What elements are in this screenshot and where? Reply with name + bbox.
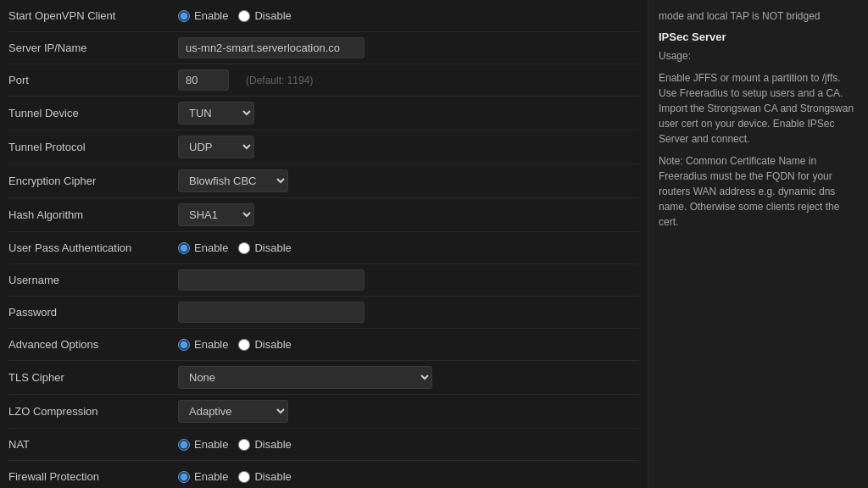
user-pass-enable-radio[interactable] [178, 242, 190, 254]
user-pass-radio-group: Enable Disable [178, 241, 292, 254]
hash-algorithm-control: SHA1 SHA256 MD5 [178, 203, 639, 226]
username-control [178, 269, 639, 291]
username-input[interactable] [178, 269, 364, 291]
hash-algorithm-label: Hash Algorithm [8, 208, 178, 221]
start-openvpn-control: Enable Disable [178, 9, 639, 22]
nat-label: NAT [8, 438, 178, 451]
start-openvpn-disable[interactable]: Disable [238, 9, 291, 22]
firewall-control: Enable Disable [178, 470, 639, 483]
lzo-compression-label: LZO Compression [8, 405, 178, 418]
advanced-options-radio-group: Enable Disable [178, 338, 292, 351]
user-pass-disable[interactable]: Disable [238, 241, 291, 254]
tunnel-protocol-label: Tunnel Protocol [8, 141, 178, 153]
server-ip-label: Server IP/Name [8, 42, 178, 54]
user-pass-row: User Pass Authentication Enable Disable [8, 232, 639, 264]
tunnel-protocol-row: Tunnel Protocol UDP TCP [8, 130, 639, 164]
right-panel: mode and local TAP is NOT bridged IPSec … [648, 0, 868, 488]
user-pass-enable[interactable]: Enable [178, 241, 228, 254]
note-text: Note: Common Certificate Name in Freerad… [659, 153, 858, 230]
password-label: Password [8, 306, 178, 319]
server-ip-control [178, 37, 639, 58]
password-control [178, 302, 639, 323]
firewall-row: Firewall Protection Enable Disable [8, 461, 639, 488]
username-row: Username [8, 264, 639, 297]
start-openvpn-disable-radio[interactable] [238, 10, 250, 22]
usage-label: Usage: [659, 48, 858, 64]
advanced-options-disable-radio[interactable] [238, 339, 250, 351]
tls-cipher-label: TLS Cipher [8, 371, 178, 384]
main-panel: Start OpenVPN Client Enable Disable Serv… [0, 0, 648, 488]
port-label: Port [8, 74, 178, 86]
port-control: (Default: 1194) [178, 69, 639, 91]
nat-control: Enable Disable [178, 438, 639, 451]
nat-disable-radio[interactable] [238, 439, 250, 451]
encryption-cipher-control: Blowfish CBC AES-128-CBC AES-256-CBC [178, 169, 639, 192]
advanced-options-control: Enable Disable [178, 338, 639, 351]
advanced-options-row: Advanced Options Enable Disable [8, 329, 639, 361]
encryption-cipher-row: Encryption Cipher Blowfish CBC AES-128-C… [8, 164, 639, 198]
firewall-enable[interactable]: Enable [178, 470, 228, 483]
tls-cipher-row: TLS Cipher None TLS-DHE-RSA-WITH-AES-256… [8, 361, 639, 395]
server-ip-input[interactable] [178, 37, 364, 58]
tls-cipher-select[interactable]: None TLS-DHE-RSA-WITH-AES-256-CBC-SHA [178, 366, 432, 389]
nat-row: NAT Enable Disable [8, 429, 639, 461]
nat-enable[interactable]: Enable [178, 438, 228, 451]
nat-enable-radio[interactable] [178, 439, 190, 451]
advanced-options-disable[interactable]: Disable [238, 338, 291, 351]
start-openvpn-label: Start OpenVPN Client [8, 9, 178, 22]
server-ip-row: Server IP/Name [8, 32, 639, 64]
usage-text: Enable JFFS or mount a partition to /jff… [659, 70, 858, 147]
tunnel-device-label: Tunnel Device [8, 107, 178, 119]
user-pass-label: User Pass Authentication [8, 241, 178, 254]
port-default: (Default: 1194) [246, 75, 313, 86]
nat-radio-group: Enable Disable [178, 438, 292, 451]
firewall-enable-radio[interactable] [178, 471, 190, 483]
start-openvpn-row: Start OpenVPN Client Enable Disable [8, 0, 639, 32]
right-intro-text: mode and local TAP is NOT bridged [659, 8, 858, 24]
tunnel-protocol-control: UDP TCP [178, 136, 639, 158]
start-openvpn-enable-radio[interactable] [178, 10, 190, 22]
tunnel-device-control: TUN TAP [178, 102, 639, 125]
encryption-cipher-label: Encryption Cipher [8, 175, 178, 187]
start-openvpn-enable[interactable]: Enable [178, 9, 228, 22]
tls-cipher-control: None TLS-DHE-RSA-WITH-AES-256-CBC-SHA [178, 366, 639, 389]
firewall-radio-group: Enable Disable [178, 470, 292, 483]
tunnel-device-select[interactable]: TUN TAP [178, 102, 254, 125]
advanced-options-label: Advanced Options [8, 338, 178, 351]
lzo-compression-control: Adaptive Yes No [178, 400, 639, 423]
password-row: Password [8, 297, 639, 329]
password-input[interactable] [178, 302, 364, 323]
advanced-options-enable-radio[interactable] [178, 339, 190, 351]
port-input[interactable] [178, 69, 229, 91]
firewall-disable-radio[interactable] [238, 471, 250, 483]
encryption-cipher-select[interactable]: Blowfish CBC AES-128-CBC AES-256-CBC [178, 169, 288, 192]
tunnel-device-row: Tunnel Device TUN TAP [8, 97, 639, 130]
firewall-disable[interactable]: Disable [238, 470, 291, 483]
port-row: Port (Default: 1194) [8, 64, 639, 97]
username-label: Username [8, 274, 178, 286]
hash-algorithm-row: Hash Algorithm SHA1 SHA256 MD5 [8, 198, 639, 232]
start-openvpn-radio-group: Enable Disable [178, 9, 292, 22]
advanced-options-enable[interactable]: Enable [178, 338, 228, 351]
lzo-compression-row: LZO Compression Adaptive Yes No [8, 395, 639, 429]
ipsec-title: IPSec Server [659, 30, 858, 43]
nat-disable[interactable]: Disable [238, 438, 291, 451]
lzo-compression-select[interactable]: Adaptive Yes No [178, 400, 288, 423]
hash-algorithm-select[interactable]: SHA1 SHA256 MD5 [178, 203, 254, 226]
firewall-label: Firewall Protection [8, 470, 178, 483]
user-pass-disable-radio[interactable] [238, 242, 250, 254]
tunnel-protocol-select[interactable]: UDP TCP [178, 136, 254, 158]
user-pass-control: Enable Disable [178, 241, 639, 254]
